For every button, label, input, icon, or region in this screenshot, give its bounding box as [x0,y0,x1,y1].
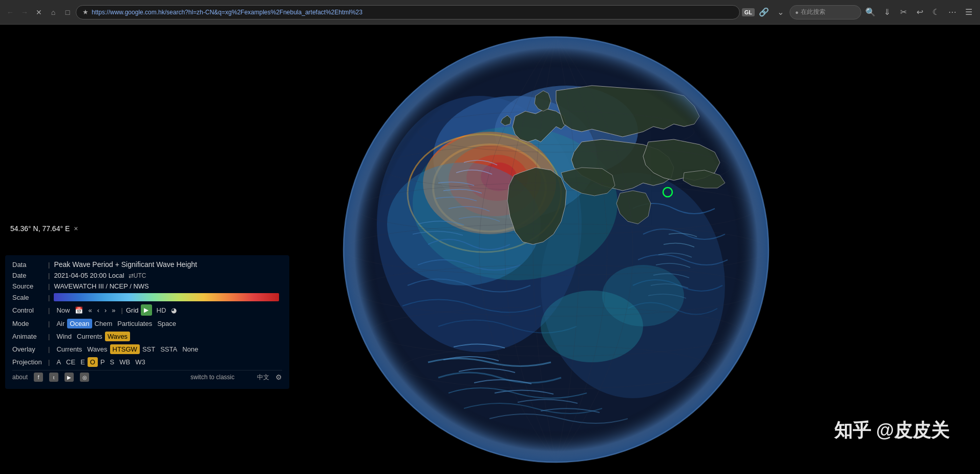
globe-visualization [336,29,776,470]
reload-button[interactable]: ✕ [33,6,45,18]
share-button[interactable]: 🔗 [757,5,771,19]
animate-waves[interactable]: Waves [105,332,130,341]
utc-toggle[interactable]: ⇄UTC [129,272,146,279]
address-bar[interactable]: ★ https://www.google.com.hk/search?hl=zh… [76,5,740,19]
star-icon: ★ [82,8,89,16]
more-button[interactable]: ⋯ [945,5,960,19]
coordinates-text: 54.36° N, 77.64° E [10,224,70,233]
coordinates-display: 54.36° N, 77.64° E × [10,224,78,233]
proj-p[interactable]: P [98,357,108,367]
forward-button[interactable]: → [18,6,31,18]
animate-wind[interactable]: Wind [54,332,74,341]
source-row: Source | WAVEWATCH III / NCEP / NWS [12,282,282,290]
calendar-button[interactable]: 📅 [72,305,86,315]
proj-o[interactable]: O [88,357,98,367]
proj-s[interactable]: S [108,357,117,367]
rewind2-button[interactable]: « [86,305,94,315]
mode-ocean[interactable]: Ocean [67,319,92,328]
chinese-link[interactable]: 中文 [257,373,269,382]
date-value: 2021-04-05 20:00 Local [54,272,124,279]
control-row: Control | Now 📅 « ‹ › » | Grid ▶ HD ◕ [12,304,282,316]
gl-badge: GL [742,8,755,16]
overlay-sst[interactable]: SST [140,344,158,354]
overlay-currents[interactable]: Currents [54,344,84,354]
switch-classic-link[interactable]: switch to classic [190,374,235,381]
location-button[interactable]: ◕ [168,305,179,315]
proj-ce[interactable]: CE [63,357,78,367]
hd-button[interactable]: HD [154,305,169,315]
twitter-icon[interactable]: t [49,373,58,382]
cut-button[interactable]: ✂ [896,5,910,19]
rewind1-button[interactable]: ‹ [95,305,102,315]
watermark: 知乎 @皮皮关 [834,418,949,443]
info-panel: Data | Peak Wave Period + Significant Wa… [5,255,289,389]
data-row: Data | Peak Wave Period + Significant Wa… [12,260,282,269]
forward1-button[interactable]: › [102,305,109,315]
source-label: Source [12,282,48,290]
data-label: Data [12,261,48,269]
scale-row: Scale | [12,293,282,301]
svg-point-24 [344,37,769,462]
proj-e[interactable]: E [78,357,88,367]
date-row: Date | 2021-04-05 20:00 Local ⇄UTC [12,272,282,279]
undo-button[interactable]: ↩ [912,5,927,19]
mode-air[interactable]: Air [54,319,67,328]
mode-chem[interactable]: Chem [92,319,115,328]
tab-button[interactable]: □ [61,6,74,18]
overlay-htsgw[interactable]: HTSGW [110,344,140,354]
animate-currents[interactable]: Currents [74,332,105,341]
control-label: Control [12,306,48,314]
play-button[interactable]: ▶ [141,304,152,316]
proj-wb[interactable]: WB [117,357,133,367]
proj-a[interactable]: A [54,357,63,367]
about-link[interactable]: about [12,374,28,381]
data-value: Peak Wave Period + Significant Wave Heig… [54,260,197,269]
date-label: Date [12,272,48,279]
overlay-row: Overlay | Currents Waves HTSGW SST SSTA … [12,344,282,354]
expand-button[interactable]: ⌄ [773,5,787,19]
coordinates-close[interactable]: × [74,224,78,233]
animate-row: Animate | Wind Currents Waves [12,332,282,341]
youtube-icon[interactable]: ▶ [65,373,74,382]
now-button[interactable]: Now [54,305,72,315]
overlay-ssta[interactable]: SSTA [158,344,180,354]
forward2-button[interactable]: » [109,305,118,315]
projection-label: Projection [12,358,48,366]
browser-chrome: ← → ✕ ⌂ □ ★ https://www.google.com.hk/se… [0,0,980,25]
projection-row: Projection | A CE E O P S WB W3 [12,357,282,367]
search-label: 在此搜索 [801,8,825,16]
mode-row: Mode | Air Ocean Chem Particulates Space [12,319,282,328]
google-search-box[interactable]: ● 在此搜索 [790,5,861,19]
back-button[interactable]: ← [4,6,16,18]
scale-bar [54,293,279,301]
moon-button[interactable]: ☾ [929,5,943,19]
download-button[interactable]: ⇓ [880,5,894,19]
search-button[interactable]: 🔍 [863,5,878,19]
scale-label: Scale [12,294,48,301]
overlay-none[interactable]: None [180,344,201,354]
globe-container[interactable] [0,25,980,474]
proj-w3[interactable]: W3 [133,357,148,367]
grid-label: Grid [126,306,139,314]
source-value: WAVEWATCH III / NCEP / NWS [54,282,148,290]
mode-space[interactable]: Space [155,319,179,328]
menu-button[interactable]: ☰ [962,5,976,19]
facebook-icon[interactable]: f [34,373,43,382]
main-content: 54.36° N, 77.64° E × Data | Peak Wave Pe… [0,25,980,474]
overlay-waves[interactable]: Waves [84,344,110,354]
home-button[interactable]: ⌂ [47,6,59,18]
mode-label: Mode [12,320,48,327]
url-text: https://www.google.com.hk/search?hl=zh-C… [92,9,363,16]
animate-label: Animate [12,333,48,340]
settings-icon[interactable]: ⚙ [275,373,282,381]
mode-particulates[interactable]: Particulates [115,319,155,328]
instagram-icon[interactable]: ◎ [80,373,89,382]
overlay-label: Overlay [12,345,48,353]
footer-bar: about f t ▶ ◎ switch to classic 中文 ⚙ [12,370,282,384]
